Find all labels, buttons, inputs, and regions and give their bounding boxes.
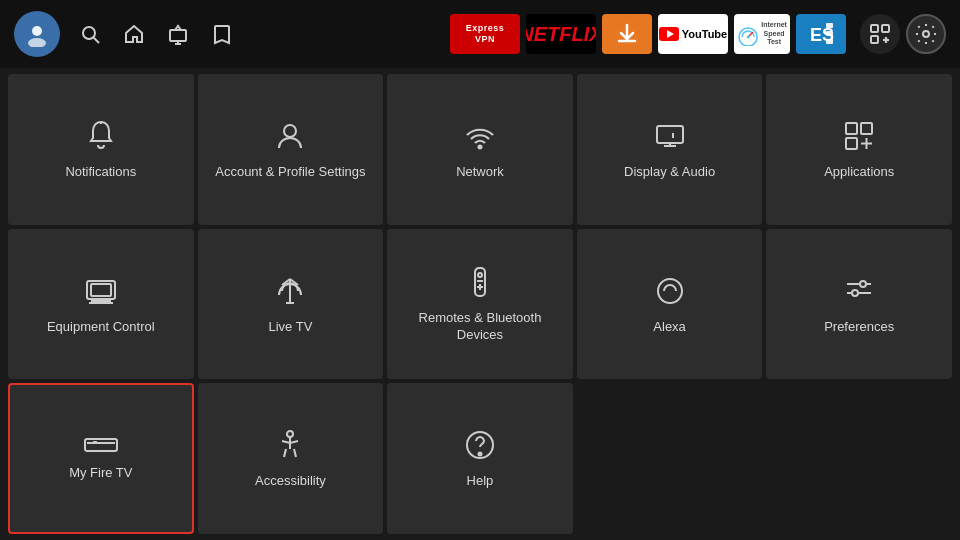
help-icon [462, 427, 498, 463]
firetv-icon [83, 435, 119, 455]
svg-rect-38 [91, 284, 111, 296]
tile-my-fire-tv[interactable]: My Fire TV [8, 383, 194, 534]
tile-remotes-bluetooth[interactable]: Remotes & Bluetooth Devices [387, 229, 573, 380]
home-icon[interactable] [114, 14, 154, 54]
svg-rect-31 [861, 123, 872, 134]
remotes-bluetooth-label: Remotes & Bluetooth Devices [397, 310, 563, 344]
svg-point-1 [28, 38, 46, 47]
app-shortcuts: ExpressVPN NETFLIX YouTube InternetSpeed… [450, 14, 846, 54]
svg-rect-55 [93, 441, 97, 443]
alexa-label: Alexa [653, 319, 686, 336]
svg-point-52 [852, 290, 858, 296]
avatar[interactable] [14, 11, 60, 57]
live-tv-label: Live TV [268, 319, 312, 336]
downloader-app[interactable] [602, 14, 652, 54]
bell-icon [83, 118, 119, 154]
svg-point-25 [478, 145, 481, 148]
svg-rect-30 [846, 123, 857, 134]
network-label: Network [456, 164, 504, 181]
display-icon [652, 118, 688, 154]
svg-rect-32 [846, 138, 857, 149]
svg-rect-19 [871, 36, 878, 43]
svg-point-56 [287, 431, 293, 437]
alexa-icon [652, 273, 688, 309]
tile-preferences[interactable]: Preferences [766, 229, 952, 380]
accessibility-label: Accessibility [255, 473, 326, 490]
svg-point-11 [747, 36, 750, 39]
equipment-control-label: Equipment Control [47, 319, 155, 336]
tile-help[interactable]: Help [387, 383, 573, 534]
tile-display-audio[interactable]: Display & Audio [577, 74, 763, 225]
notifications-label: Notifications [65, 164, 136, 181]
svg-point-22 [923, 31, 929, 37]
search-icon[interactable] [70, 14, 110, 54]
svg-rect-53 [85, 439, 117, 451]
watchlist-icon[interactable] [202, 14, 242, 54]
svg-point-44 [478, 273, 482, 277]
tv-icon [83, 273, 119, 309]
tile-notifications[interactable]: Notifications [8, 74, 194, 225]
nav-icons-left [70, 14, 242, 54]
apps-icon [841, 118, 877, 154]
remote-icon [462, 264, 498, 300]
sliders-icon [841, 273, 877, 309]
svg-point-51 [860, 281, 866, 287]
svg-rect-16 [826, 39, 833, 44]
live-tv-icon[interactable] [158, 14, 198, 54]
my-fire-tv-label: My Fire TV [69, 465, 132, 482]
svg-rect-15 [826, 31, 833, 36]
svg-rect-18 [882, 25, 889, 32]
tile-alexa[interactable]: Alexa [577, 229, 763, 380]
settings-gear-icon[interactable] [906, 14, 946, 54]
svg-point-48 [658, 279, 682, 303]
svg-point-0 [32, 26, 42, 36]
svg-rect-4 [170, 30, 186, 41]
account-label: Account & Profile Settings [215, 164, 365, 181]
tile-network[interactable]: Network [387, 74, 573, 225]
es-explorer-app[interactable]: ES [796, 14, 846, 54]
preferences-label: Preferences [824, 319, 894, 336]
applications-label: Applications [824, 164, 894, 181]
antenna-icon [272, 273, 308, 309]
grid-button[interactable] [860, 14, 900, 54]
youtube-app[interactable]: YouTube [658, 14, 728, 54]
expressvpn-app[interactable]: ExpressVPN [450, 14, 520, 54]
speed-test-app[interactable]: InternetSpeed Test [734, 14, 790, 54]
tile-applications[interactable]: Applications [766, 74, 952, 225]
topbar: ExpressVPN NETFLIX YouTube InternetSpeed… [0, 0, 960, 68]
help-label: Help [467, 473, 494, 490]
tile-live-tv[interactable]: Live TV [198, 229, 384, 380]
accessibility-icon [272, 427, 308, 463]
settings-grid: Notifications Account & Profile Settings… [0, 68, 960, 540]
svg-point-2 [83, 27, 95, 39]
svg-rect-17 [871, 25, 878, 32]
wifi-icon [462, 118, 498, 154]
tile-accessibility[interactable]: Accessibility [198, 383, 384, 534]
display-audio-label: Display & Audio [624, 164, 715, 181]
svg-line-3 [94, 38, 100, 44]
person-icon [272, 118, 308, 154]
svg-rect-26 [657, 126, 683, 143]
svg-point-59 [478, 453, 481, 456]
svg-rect-14 [826, 23, 833, 28]
svg-point-24 [284, 125, 296, 137]
nav-right [860, 14, 946, 54]
tile-equipment-control[interactable]: Equipment Control [8, 229, 194, 380]
netflix-app[interactable]: NETFLIX [526, 14, 596, 54]
tile-account[interactable]: Account & Profile Settings [198, 74, 384, 225]
